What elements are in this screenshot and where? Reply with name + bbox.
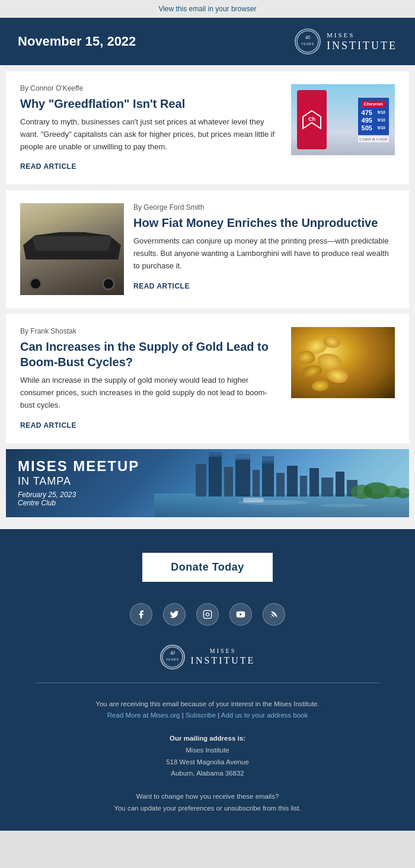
svg-rect-19 — [321, 478, 333, 497]
svg-rect-12 — [253, 470, 260, 497]
footer-logo-inner: 40 YEARS MISES INSTITUTE — [160, 645, 256, 670]
svg-point-32 — [271, 617, 272, 617]
footer-logo-text: MISES INSTITUTE — [191, 648, 256, 666]
donate-button[interactable]: Donate Today — [142, 553, 273, 582]
subscribe-link[interactable]: Subscribe — [186, 712, 216, 719]
read-more-link[interactable]: Read More at Mises.org — [107, 712, 180, 719]
svg-rect-9 — [224, 467, 233, 497]
mailing-label: Our mailing address is: Mises Institute … — [36, 733, 379, 779]
footer-logo-area: 40 YEARS MISES INSTITUTE — [0, 635, 415, 675]
view-in-browser-link[interactable]: View this email in your browser — [158, 5, 256, 13]
svg-point-0 — [297, 31, 318, 52]
donate-btn-wrapper: Donate Today — [0, 547, 415, 594]
svg-rect-18 — [309, 468, 319, 497]
article-row-3: By Frank Shostak Can Increases in the Su… — [20, 327, 395, 430]
footer-text-area: You are receiving this email because of … — [0, 690, 415, 831]
article-card-3: By Frank Shostak Can Increases in the Su… — [6, 314, 409, 443]
article-description-2: Governments can conjure up money at the … — [133, 235, 395, 272]
logo-text: MISES INSTITUTE — [327, 31, 397, 52]
read-article-link-2[interactable]: READ ARTICLE — [133, 282, 190, 290]
svg-rect-13 — [262, 461, 274, 497]
topbar: View this email in your browser — [0, 0, 415, 18]
article-image-3 — [291, 327, 395, 398]
tampa-text: MISES MEETUP IN TAMPA February 25, 2023 … — [18, 459, 139, 507]
article-byline-1: By Connor O'Keeffe — [20, 84, 282, 92]
add-address-link[interactable]: Add us to your address book — [221, 712, 308, 719]
read-article-link-1[interactable]: READ ARTICLE — [20, 162, 76, 171]
svg-text:Ch: Ch — [308, 116, 315, 122]
article-row-1: By Connor O'Keeffe Why "Greedflation" Is… — [20, 84, 395, 171]
footer-dark: Donate Today — [0, 529, 415, 831]
article-byline-3: By Frank Shostak — [20, 327, 282, 335]
svg-rect-11 — [235, 454, 250, 460]
article-text-1: By Connor O'Keeffe Why "Greedflation" Is… — [20, 84, 282, 171]
content-area: By Connor O'Keeffe Why "Greedflation" Is… — [0, 65, 415, 529]
svg-rect-20 — [336, 472, 344, 497]
rss-icon[interactable] — [263, 603, 285, 626]
svg-text:40: 40 — [170, 651, 175, 656]
social-row — [0, 594, 415, 635]
tampa-banner[interactable]: MISES MEETUP IN TAMPA February 25, 2023 … — [6, 449, 409, 517]
svg-text:YEARS: YEARS — [301, 42, 314, 46]
header-date: November 15, 2022 — [18, 34, 136, 49]
svg-rect-15 — [276, 473, 285, 497]
email-wrapper: View this email in your browser November… — [0, 0, 415, 831]
meetup-title-line2: IN TAMPA — [18, 476, 139, 488]
article-byline-2: By George Ford Smith — [133, 203, 395, 212]
article-description-1: Contrary to myth, businesses can't just … — [20, 116, 282, 153]
header-logo: 40 YEARS MISES INSTITUTE — [295, 28, 397, 55]
article-title-1: Why "Greedflation" Isn't Real — [20, 96, 282, 111]
svg-rect-16 — [287, 466, 298, 497]
svg-rect-14 — [262, 456, 274, 463]
footer-info-text: You are receiving this email because of … — [36, 699, 379, 722]
article-card-2: By George Ford Smith How Fiat Money Enri… — [6, 190, 409, 308]
article-text-2: By George Ford Smith How Fiat Money Enri… — [133, 203, 395, 290]
svg-rect-7 — [209, 455, 222, 497]
article-title-3: Can Increases in the Supply of Gold Lead… — [20, 339, 282, 370]
svg-rect-29 — [203, 610, 211, 618]
header: November 15, 2022 40 YEARS MISES INSTITU… — [0, 18, 415, 65]
article-row-2: By George Ford Smith How Fiat Money Enri… — [20, 203, 395, 295]
svg-point-27 — [320, 504, 368, 507]
footer-change-text: Want to change how you receive these ema… — [36, 791, 379, 814]
svg-rect-10 — [235, 458, 250, 497]
svg-text:YEARS: YEARS — [166, 658, 179, 661]
article-title-2: How Fiat Money Enriches the Unproductive — [133, 215, 395, 230]
youtube-icon[interactable] — [229, 603, 252, 626]
meetup-banner-card: MISES MEETUP IN TAMPA February 25, 2023 … — [6, 449, 409, 517]
read-article-link-3[interactable]: READ ARTICLE — [20, 421, 76, 430]
footer-logo-badge-icon: 40 YEARS — [160, 645, 185, 670]
article-image-2 — [20, 203, 124, 295]
meetup-date: February 25, 2023 — [18, 491, 139, 499]
svg-rect-8 — [209, 452, 222, 457]
facebook-icon[interactable] — [130, 603, 152, 626]
svg-text:40: 40 — [305, 35, 310, 40]
svg-rect-6 — [196, 464, 206, 497]
article-card-1: By Connor O'Keeffe Why "Greedflation" Is… — [6, 71, 409, 184]
footer-divider — [36, 683, 379, 683]
article-image-1: Ch Chevron 4759/10 4959/10 5059/10 CARD … — [291, 84, 395, 155]
svg-rect-28 — [243, 498, 264, 502]
city-skyline-icon — [154, 449, 409, 517]
twitter-icon[interactable] — [163, 603, 186, 626]
instagram-icon[interactable] — [196, 603, 219, 626]
svg-rect-17 — [300, 476, 307, 497]
article-description-3: While an increase in the supply of gold … — [20, 374, 282, 411]
meetup-title-line1: MISES MEETUP — [18, 459, 139, 474]
logo-badge-icon: 40 YEARS — [295, 28, 321, 55]
meetup-venue: Centre Club — [18, 499, 139, 507]
article-text-3: By Frank Shostak Can Increases in the Su… — [20, 327, 282, 430]
